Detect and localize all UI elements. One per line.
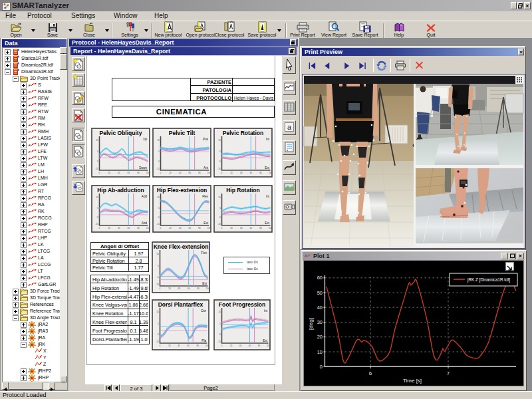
svg-text:[deg]: [deg] xyxy=(308,318,314,330)
svg-text:Ant: Ant xyxy=(203,166,209,170)
svg-text:0: 0 xyxy=(98,172,100,174)
svg-text:Flex: Flex xyxy=(202,195,208,198)
svg-text:5: 5 xyxy=(158,322,159,325)
svg-text:100: 100 xyxy=(268,227,272,229)
svg-text:20: 20 xyxy=(108,172,110,174)
svg-text:-15: -15 xyxy=(156,223,160,225)
svg-text:15: 15 xyxy=(96,139,98,142)
svg-text:-5: -5 xyxy=(96,160,98,163)
svg-text:20: 20 xyxy=(168,287,171,290)
svg-text:15: 15 xyxy=(218,311,221,313)
svg-text:5: 5 xyxy=(219,150,221,153)
svg-text:100: 100 xyxy=(207,172,211,174)
svg-text:Pos: Pos xyxy=(203,138,209,141)
svg-text:-5: -5 xyxy=(218,332,220,335)
svg-text:100: 100 xyxy=(206,287,210,290)
svg-text:100: 100 xyxy=(146,172,150,174)
svg-text:20: 20 xyxy=(229,344,232,347)
svg-text:40: 40 xyxy=(178,287,181,290)
svg-text:60: 60 xyxy=(188,227,191,229)
svg-text:100: 100 xyxy=(266,344,270,347)
svg-text:15: 15 xyxy=(218,139,221,142)
svg-text:Add: Add xyxy=(141,195,147,198)
svg-text:40: 40 xyxy=(117,227,120,229)
svg-text:-15: -15 xyxy=(156,340,159,342)
svg-text:0: 0 xyxy=(221,172,222,174)
svg-text:5: 5 xyxy=(219,207,221,209)
svg-text:40: 40 xyxy=(179,172,182,174)
svg-text:Hip Flex-extension: Hip Flex-extension xyxy=(156,187,207,194)
svg-text:60: 60 xyxy=(188,287,190,290)
svg-text:Foot Progression: Foot Progression xyxy=(218,301,265,308)
svg-text:15: 15 xyxy=(96,196,98,199)
svg-text:7: 7 xyxy=(447,370,450,376)
svg-text:Ext: Ext xyxy=(265,166,269,170)
svg-text:Int: Int xyxy=(265,138,269,141)
svg-text:Pla: Pla xyxy=(201,339,206,342)
svg-text:50: 50 xyxy=(317,290,323,296)
svg-text:5: 5 xyxy=(219,322,221,325)
svg-text:60: 60 xyxy=(249,172,252,174)
svg-text:Ext: Ext xyxy=(203,221,208,225)
svg-text:80: 80 xyxy=(197,287,200,290)
svg-text:80: 80 xyxy=(257,344,260,347)
svg-text:Pelvic Rotation: Pelvic Rotation xyxy=(222,130,263,136)
svg-text:15: 15 xyxy=(156,253,159,255)
svg-text:0: 0 xyxy=(320,364,323,370)
svg-text:60: 60 xyxy=(188,172,191,174)
svg-text:-5: -5 xyxy=(218,160,220,163)
svg-text:100: 100 xyxy=(268,172,272,174)
svg-text:Int: Int xyxy=(263,309,267,313)
svg-text:Int: Int xyxy=(265,195,269,198)
svg-text:-5: -5 xyxy=(218,216,220,219)
svg-text:80: 80 xyxy=(259,172,262,174)
svg-text:-15: -15 xyxy=(156,168,160,170)
svg-text:20: 20 xyxy=(169,172,172,174)
svg-text:0: 0 xyxy=(160,227,161,229)
svg-text:0: 0 xyxy=(160,287,161,290)
svg-text:60: 60 xyxy=(317,275,323,281)
svg-text:80: 80 xyxy=(259,227,262,229)
svg-text:15: 15 xyxy=(156,311,159,313)
svg-text:Hip Rotation: Hip Rotation xyxy=(226,187,260,194)
svg-text:15: 15 xyxy=(157,139,160,142)
svg-text:40: 40 xyxy=(179,227,182,229)
svg-text:Flex: Flex xyxy=(201,251,207,255)
svg-text:40: 40 xyxy=(239,227,242,229)
svg-text:100: 100 xyxy=(207,227,211,229)
svg-text:100: 100 xyxy=(205,344,209,347)
svg-text:Knee Flex-extension: Knee Flex-extension xyxy=(154,243,209,250)
svg-text:60: 60 xyxy=(248,344,251,347)
svg-text:20: 20 xyxy=(169,227,172,229)
svg-text:30: 30 xyxy=(317,319,323,325)
svg-text:Abd: Abd xyxy=(141,221,147,225)
svg-text:0: 0 xyxy=(221,344,222,347)
svg-text:0: 0 xyxy=(98,227,100,229)
svg-text:jRK.Z [Dinamica1R.tdf]: jRK.Z [Dinamica1R.tdf] xyxy=(467,277,510,283)
svg-text:Down: Down xyxy=(139,166,147,170)
svg-text:40: 40 xyxy=(117,172,120,174)
svg-text:-5: -5 xyxy=(158,216,160,219)
svg-text:80: 80 xyxy=(198,172,201,174)
svg-text:20: 20 xyxy=(230,172,233,174)
svg-text:-15: -15 xyxy=(217,340,221,342)
svg-text:20: 20 xyxy=(230,227,233,229)
svg-text:60: 60 xyxy=(127,172,130,174)
svg-text:Ext: Ext xyxy=(265,221,269,225)
svg-text:40: 40 xyxy=(239,172,242,174)
svg-text:100: 100 xyxy=(146,227,150,229)
svg-text:-15: -15 xyxy=(217,223,221,225)
svg-text:20: 20 xyxy=(108,227,110,229)
svg-text:-15: -15 xyxy=(95,168,98,170)
svg-text:5: 5 xyxy=(97,207,98,209)
svg-text:60: 60 xyxy=(127,227,130,229)
svg-text:80: 80 xyxy=(198,227,201,229)
svg-text:Pelvic Obliquity: Pelvic Obliquity xyxy=(99,130,142,136)
svg-text:15: 15 xyxy=(218,196,221,199)
svg-text:Pelvic Tilt: Pelvic Tilt xyxy=(168,130,195,136)
svg-text:-15: -15 xyxy=(217,168,221,170)
svg-text:Up: Up xyxy=(143,138,147,141)
svg-text:-5: -5 xyxy=(157,276,159,279)
svg-text:5: 5 xyxy=(158,265,159,267)
svg-text:0: 0 xyxy=(160,172,161,174)
